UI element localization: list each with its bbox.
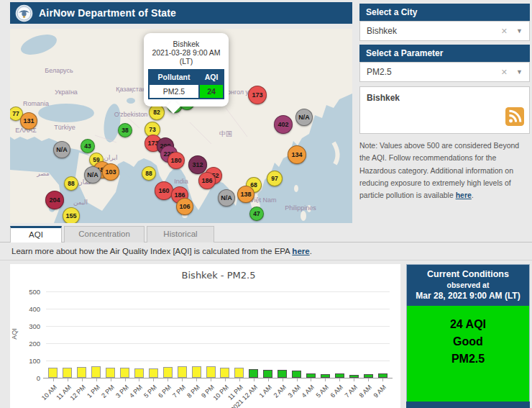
aqi-marker[interactable]: 82	[149, 104, 165, 120]
aqi-marker[interactable]: N/A	[53, 141, 70, 158]
chart-ytick-label: 0	[19, 374, 40, 382]
chart-bar[interactable]	[321, 374, 330, 378]
aqi-marker[interactable]: 312	[188, 155, 207, 174]
aqi-marker[interactable]: N/A	[84, 166, 101, 183]
chart-bar[interactable]	[234, 368, 244, 378]
chart-bar[interactable]	[364, 374, 373, 378]
popup-col-pollutant: Pollutant	[149, 70, 199, 84]
chart-bar[interactable]	[63, 368, 72, 378]
chart-bar[interactable]	[206, 366, 216, 378]
parameter-select[interactable]: PM2.5 ✕ ▼	[359, 62, 530, 82]
bottom-section-bar[interactable]	[406, 402, 530, 408]
aqi-marker[interactable]: N/A	[218, 189, 235, 207]
aqi-marker[interactable]: 106	[176, 198, 193, 215]
aqi-marker[interactable]: 155	[63, 207, 80, 223]
city-clear-icon[interactable]: ✕	[501, 27, 508, 36]
chart-bar[interactable]	[163, 367, 173, 378]
aqi-marker[interactable]: 173	[248, 86, 267, 104]
chart-xtick	[53, 378, 54, 381]
chart-xtick	[382, 378, 383, 381]
parameter-clear-icon[interactable]: ✕	[501, 68, 508, 77]
aqi-marker[interactable]: 134	[288, 145, 306, 164]
aqi-marker[interactable]: 180	[168, 152, 185, 169]
city-select[interactable]: Bishkek ✕ ▼	[359, 21, 530, 41]
map[interactable]: БеларусьУкраїнаRomaniaΕΛΛΑΣTürkiyeمصرҚаз…	[10, 29, 352, 223]
parameter-caret-icon[interactable]: ▼	[516, 68, 523, 76]
chart-area: Bishkek - PM2.5 AQI 010020030040050010 A…	[10, 264, 400, 408]
chart-xtick	[211, 378, 211, 381]
chart-xtick	[311, 378, 311, 381]
chart-xtick	[82, 378, 83, 381]
chart-bar[interactable]	[335, 373, 344, 378]
chart-bar[interactable]	[263, 370, 272, 378]
aqi-marker[interactable]: N/A	[295, 109, 313, 126]
tab-historical[interactable]: Historical	[147, 226, 214, 242]
map-country-label: مصر	[37, 170, 50, 177]
aqi-marker[interactable]: 103	[102, 163, 119, 181]
aqi-marker[interactable]: 97	[267, 171, 283, 186]
aqi-marker[interactable]: 402	[274, 115, 293, 134]
aqi-marker[interactable]: 160	[155, 181, 173, 200]
chart-bar[interactable]	[306, 373, 316, 378]
current-conditions-subtitle: observed at	[410, 281, 526, 289]
note-suffix: .	[472, 191, 474, 199]
chart-bar[interactable]	[77, 367, 86, 378]
map-popup: Bishkek 2021-03-28 9:00 AM (LT) Pollutan…	[144, 33, 229, 106]
chart-bar[interactable]	[378, 373, 387, 378]
chart-bar[interactable]	[134, 368, 144, 378]
chart-bar[interactable]	[349, 375, 359, 378]
tab-aqi[interactable]: AQI	[10, 226, 62, 242]
aqi-marker[interactable]: 38	[118, 123, 132, 137]
map-country-label: Romania	[23, 100, 49, 107]
current-aqi-category: Good	[410, 333, 526, 350]
chart-ytick-label: 100	[19, 357, 40, 365]
chart-bar[interactable]	[91, 366, 101, 378]
app-title: AirNow Department of State	[39, 7, 176, 19]
aqi-marker[interactable]: 88	[64, 176, 78, 191]
note-here-link[interactable]: here	[456, 191, 472, 199]
chart-ytick-label: 400	[19, 305, 40, 313]
chart-xtick	[354, 378, 354, 381]
aqi-marker[interactable]: 204	[45, 191, 64, 209]
current-conditions-panel: Current Conditions observed at Mar 28, 2…	[406, 264, 530, 408]
chart-bar[interactable]	[48, 368, 58, 378]
city-panel-title: Select a City	[359, 4, 530, 21]
map-country-label: Қазақстан	[116, 86, 146, 93]
tab-concentration[interactable]: Concentration	[64, 226, 145, 242]
chart-bar[interactable]	[149, 368, 158, 378]
chart-bar[interactable]	[106, 368, 115, 378]
chart-xtick	[325, 378, 326, 381]
section-divider	[0, 260, 532, 260]
learn-more-here-link[interactable]: here	[292, 247, 309, 255]
feed-box: Bishkek	[359, 86, 530, 134]
chart-bar[interactable]	[120, 368, 129, 378]
tab-bar: AQI Concentration Historical	[10, 226, 214, 242]
chart-ytick-label: 300	[19, 322, 40, 330]
city-caret-icon[interactable]: ▼	[516, 27, 523, 35]
aqi-marker[interactable]: 186	[198, 172, 216, 189]
aqi-marker[interactable]: 47	[249, 207, 264, 221]
chart-xtick	[268, 378, 269, 381]
chart-xtick	[368, 378, 369, 381]
chart-xtick	[339, 378, 340, 381]
aqi-marker[interactable]: 138	[237, 186, 254, 203]
chart-bar[interactable]	[249, 369, 258, 378]
chart-bar[interactable]	[292, 371, 301, 378]
chart-xtick	[139, 378, 139, 381]
aqi-marker[interactable]: 88	[142, 166, 156, 181]
app-header: AirNow Department of State	[10, 2, 352, 24]
chart-bar[interactable]	[192, 366, 201, 378]
chart-xtick	[182, 378, 183, 381]
rss-icon[interactable]	[505, 107, 524, 128]
chart-gridline	[46, 361, 390, 361]
aqi-marker[interactable]: 131	[20, 112, 37, 130]
chart-bar[interactable]	[220, 368, 229, 378]
chart-bar[interactable]	[178, 366, 187, 378]
current-aqi-parameter: PM2.5	[410, 350, 526, 368]
chart-xtick	[196, 378, 197, 381]
aqi-marker[interactable]: 43	[81, 139, 95, 153]
popup-timezone: (LT)	[148, 57, 224, 65]
chart-bar[interactable]	[278, 370, 287, 378]
city-select-value: Bishkek	[367, 26, 397, 36]
note-text: Note: Values above 500 are considered Be…	[359, 140, 530, 202]
